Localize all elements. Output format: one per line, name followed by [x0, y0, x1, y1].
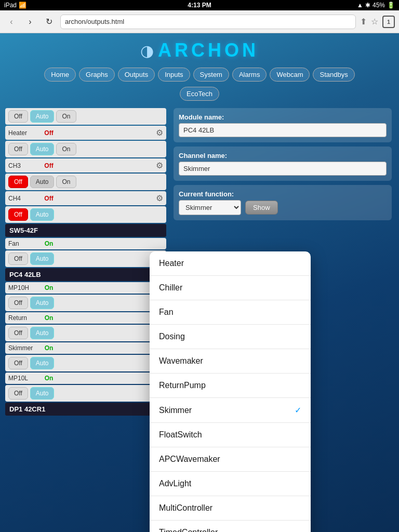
on-button-3[interactable]: On	[56, 176, 76, 188]
channel-name-label: Channel name:	[179, 152, 387, 159]
mp10l-controls-row: Off Auto	[5, 385, 166, 402]
share-icon[interactable]: ⬆	[360, 17, 367, 26]
off-button-2[interactable]: Off	[8, 143, 28, 155]
wifi-icon: 📶	[19, 2, 26, 9]
reload-button[interactable]: ↻	[42, 15, 56, 29]
logo-area: ◑ ARCHON	[0, 33, 399, 65]
ch4-extra-row: Off Auto	[5, 206, 166, 223]
device-panel: Off Auto On Heater Off ⚙ Off Auto On CH3…	[5, 108, 166, 529]
show-button[interactable]: Show	[245, 201, 278, 215]
dropdown-item-dosing[interactable]: Dosing	[150, 325, 311, 349]
heater-row: Heater Off ⚙	[5, 126, 166, 140]
nav-system[interactable]: System	[193, 68, 229, 82]
forward-button[interactable]: ›	[23, 15, 37, 29]
ch4-status: Off	[42, 195, 56, 202]
nav-standbys[interactable]: Standbys	[313, 68, 354, 82]
nav-outputs[interactable]: Outputs	[118, 68, 155, 82]
status-left: iPad 📶	[4, 2, 26, 9]
off-button-3[interactable]: Off	[8, 176, 28, 188]
function-dropdown: Heater Chiller Fan Dosing Wavemaker Retu…	[150, 251, 311, 532]
function-select[interactable]: Skimmer	[179, 200, 241, 215]
auto-button[interactable]: Auto	[30, 110, 55, 123]
mp10h-off-button[interactable]: Off	[8, 297, 28, 309]
skimmer-auto-button[interactable]: Auto	[30, 357, 55, 369]
heater-gear-icon[interactable]: ⚙	[156, 128, 163, 138]
skimmer-off-button[interactable]: Off	[8, 357, 28, 369]
on-button[interactable]: On	[56, 110, 76, 123]
mp10h-status: On	[42, 284, 56, 291]
url-bar[interactable]	[60, 15, 356, 29]
tab-count[interactable]: 1	[382, 16, 395, 28]
dropdown-item-wavemaker[interactable]: Wavemaker	[150, 349, 311, 374]
logo-icon: ◑	[140, 42, 154, 60]
dropdown-label-floatswitch: FloatSwitch	[159, 430, 202, 440]
fan-controls-row: Off Auto	[5, 250, 166, 267]
return-auto-button[interactable]: Auto	[30, 327, 55, 339]
back-button[interactable]: ‹	[4, 15, 19, 29]
nav-graphs[interactable]: Graphs	[79, 68, 115, 82]
off-button-4[interactable]: Off	[8, 208, 28, 221]
dropdown-item-heater[interactable]: Heater	[150, 251, 311, 276]
dropdown-label-chiller: Chiller	[159, 283, 182, 292]
auto-button-4[interactable]: Auto	[30, 208, 55, 221]
nav-bar: Home Graphs Outputs Inputs System Alarms…	[0, 65, 399, 103]
mp10l-label: MP10L	[8, 375, 39, 382]
mp10l-off-button[interactable]: Off	[8, 387, 28, 400]
dropdown-item-fan[interactable]: Fan	[150, 300, 311, 325]
dropdown-item-apcwavemaker[interactable]: APCWavemaker	[150, 447, 311, 472]
module-name-label: Module name:	[179, 113, 387, 121]
off-button[interactable]: Off	[8, 110, 28, 123]
heater-label: Heater	[8, 129, 39, 137]
nav-webcam[interactable]: Webcam	[270, 68, 310, 82]
mp10l-row: MP10L On	[5, 373, 166, 384]
function-row: Skimmer Show	[179, 200, 387, 215]
sw5-header: SW5-42F	[5, 224, 166, 237]
bluetooth-icon: ✱	[365, 2, 370, 9]
channel-name-section: Channel name:	[174, 147, 392, 181]
auto-button-2[interactable]: Auto	[30, 143, 55, 155]
ch4-controls-row: Off Auto On	[5, 174, 166, 190]
fan-row: Fan On	[5, 238, 166, 249]
dropdown-item-chiller[interactable]: Chiller	[150, 276, 311, 300]
nav-home[interactable]: Home	[44, 68, 76, 82]
dropdown-item-timedcontroller[interactable]: TimedController	[150, 521, 311, 532]
ch3-gear-icon[interactable]: ⚙	[156, 161, 163, 170]
channel-row-2: Off Auto On	[5, 141, 166, 157]
mp10h-auto-button[interactable]: Auto	[30, 297, 55, 309]
return-off-button[interactable]: Off	[8, 327, 28, 339]
status-time: 4:13 PM	[188, 2, 211, 9]
bookmark-icon[interactable]: ☆	[371, 17, 378, 26]
nav-inputs[interactable]: Inputs	[158, 68, 190, 82]
skimmer-controls-row: Off Auto	[5, 355, 166, 371]
dropdown-item-advlight[interactable]: AdvLight	[150, 472, 311, 496]
dropdown-label-fan: Fan	[159, 308, 174, 317]
on-button-2[interactable]: On	[56, 143, 76, 155]
module-name-input[interactable]	[179, 123, 387, 137]
fan-status: On	[42, 240, 56, 247]
channel-name-input[interactable]	[179, 162, 387, 176]
mp10l-auto-button[interactable]: Auto	[30, 387, 55, 400]
heater-status: Off	[42, 129, 56, 137]
dropdown-item-floatswitch[interactable]: FloatSwitch	[150, 423, 311, 447]
nav-alarms[interactable]: Alarms	[232, 68, 267, 82]
return-controls-row: Off Auto	[5, 325, 166, 341]
skimmer-label: Skimmer	[8, 344, 39, 352]
dropdown-label-timedcontroller: TimedController	[159, 528, 218, 532]
current-function-label: Current function:	[179, 190, 387, 198]
dropdown-item-returnpump[interactable]: ReturnPump	[150, 374, 311, 398]
ch3-label: CH3	[8, 162, 39, 169]
location-icon: ▲	[357, 2, 363, 9]
dropdown-label-apcwavemaker: APCWavemaker	[159, 455, 220, 464]
nav-ecotech[interactable]: EcoTech	[180, 87, 219, 101]
browser-chrome: ‹ › ↻ ⬆ ☆ 1	[0, 10, 399, 33]
dropdown-label-dosing: Dosing	[159, 332, 185, 341]
battery-label: 45%	[373, 2, 385, 9]
fan-off-button[interactable]: Off	[8, 252, 28, 265]
dropdown-item-multicontroller[interactable]: MultiController	[150, 496, 311, 521]
battery-icon: 🔋	[387, 2, 395, 9]
dropdown-item-skimmer[interactable]: Skimmer ✓	[150, 398, 311, 423]
auto-button-3[interactable]: Auto	[30, 176, 55, 188]
page-area: ◑ ARCHON Home Graphs Outputs Inputs Syst…	[0, 33, 399, 532]
fan-auto-button[interactable]: Auto	[30, 252, 55, 265]
ch4-gear-icon[interactable]: ⚙	[156, 193, 163, 203]
